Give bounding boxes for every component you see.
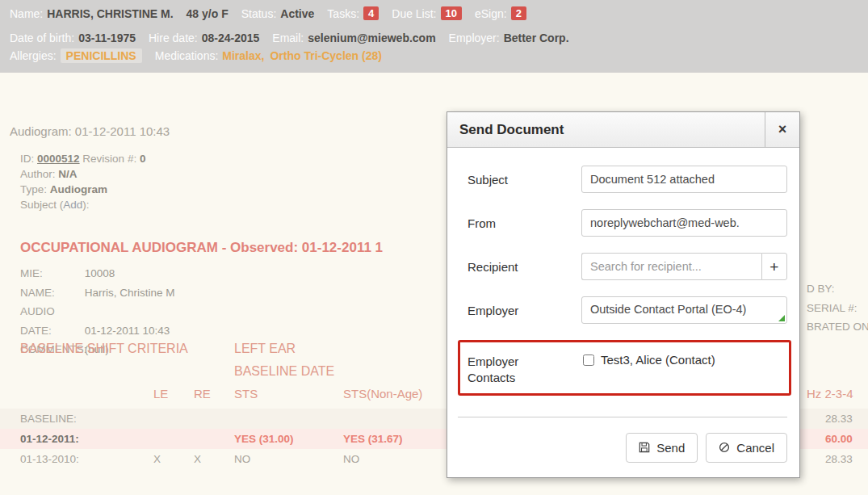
revision-value: 0 bbox=[140, 153, 146, 165]
allergies-label: Allergies: bbox=[10, 49, 57, 62]
col-header-hz: Hz 2-3-4 bbox=[807, 387, 853, 401]
medication-miralax[interactable]: Miralax, bbox=[222, 49, 264, 62]
cancel-button[interactable]: Cancel bbox=[706, 433, 787, 463]
fragment-serial: SERIAL #: bbox=[807, 302, 858, 314]
medication-ortho-tri-cyclen[interactable]: Ortho Tri-Cyclen (28) bbox=[270, 49, 381, 62]
hire-date-value: 08-24-2015 bbox=[202, 31, 260, 44]
fragment-observed-by: D BY: bbox=[807, 283, 835, 295]
baseline-shift-criteria-heading: BASELINE SHIFT CRITERIA bbox=[20, 342, 188, 356]
patient-header: Name: HARRIS, CHRISTINE M. 48 y/o F Stat… bbox=[0, 0, 868, 73]
from-input[interactable] bbox=[581, 209, 787, 237]
type-value: Audiogram bbox=[50, 183, 107, 195]
contact-checkbox[interactable] bbox=[583, 354, 594, 366]
patient-name: HARRIS, CHRISTINE M. bbox=[47, 7, 173, 20]
send-button[interactable]: Send bbox=[626, 433, 698, 463]
info-row-mie: MIE: 10008 bbox=[20, 264, 175, 283]
due-list-label: Due List: bbox=[392, 7, 436, 20]
cancel-button-label: Cancel bbox=[736, 441, 774, 455]
recipient-field-row: Recipient + bbox=[468, 253, 787, 280]
recipient-field-label: Recipient bbox=[468, 253, 581, 280]
patient-header-row-3: Allergies: PENICILLINS Medications: Mira… bbox=[10, 48, 858, 63]
type-label: Type: bbox=[20, 183, 47, 195]
subject-field-row: Subject bbox=[468, 166, 787, 193]
doc-id-label: ID: bbox=[20, 153, 34, 165]
patient-header-row-2: Date of birth: 03-11-1975 Hire date: 08-… bbox=[10, 31, 858, 44]
close-icon[interactable]: × bbox=[765, 112, 799, 147]
modal-header: Send Document × bbox=[447, 112, 799, 148]
subject-add-link[interactable]: Add bbox=[63, 199, 82, 211]
revision-label: Revision #: bbox=[82, 153, 136, 165]
fragment-calibrated: BRATED ON bbox=[807, 321, 868, 333]
employer-field-row: Employer Outside Contact Portal (EO-4) bbox=[468, 296, 787, 324]
author-value: N/A bbox=[58, 168, 77, 180]
medications-label: Medications: bbox=[155, 49, 219, 62]
subject-prefix: Subject ( bbox=[20, 199, 63, 211]
employer-contacts-label: Employer Contacts bbox=[468, 347, 581, 387]
document-id-link[interactable]: 0000512 bbox=[37, 153, 80, 165]
annotation-highlight-box: Employer Contacts Test3, Alice (Contact) bbox=[458, 340, 791, 396]
dob-value: 03-11-1975 bbox=[78, 31, 136, 44]
employer-contacts-field-row: Employer Contacts Test3, Alice (Contact) bbox=[468, 347, 789, 387]
tasks-badge[interactable]: 4 bbox=[363, 6, 379, 20]
subject-suffix: ): bbox=[82, 199, 89, 211]
email-label: Email: bbox=[272, 31, 304, 44]
status-label: Status: bbox=[241, 7, 277, 20]
esign-badge[interactable]: 2 bbox=[511, 6, 526, 20]
employer-select[interactable]: Outside Contact Portal (EO-4) bbox=[581, 296, 787, 324]
from-field-row: From bbox=[468, 209, 787, 237]
author-label: Author: bbox=[20, 168, 56, 180]
left-ear-heading: LEFT EAR bbox=[234, 342, 296, 356]
modal-body: Subject From Recipient + Employer Outsid… bbox=[447, 148, 799, 463]
contact-checkbox-label: Test3, Alice (Contact) bbox=[601, 353, 715, 367]
employer-value: Better Corp. bbox=[504, 31, 569, 44]
modal-title: Send Document bbox=[447, 112, 765, 147]
esign-label: eSign: bbox=[475, 7, 507, 20]
employer-label: Employer: bbox=[449, 31, 500, 44]
hire-date-label: Hire date: bbox=[149, 31, 198, 44]
patient-header-row-1: Name: HARRIS, CHRISTINE M. 48 y/o F Stat… bbox=[10, 6, 858, 20]
document-meta: ID: 0000512 Revision #: 0 Author: N/A Ty… bbox=[20, 151, 145, 212]
due-list-badge[interactable]: 10 bbox=[441, 6, 462, 20]
footer-divider bbox=[458, 417, 787, 417]
subject-input[interactable] bbox=[581, 166, 787, 193]
subject-field-label: Subject bbox=[468, 166, 581, 193]
dropdown-resize-icon bbox=[778, 315, 785, 321]
patient-age-sex: 48 y/o F bbox=[187, 7, 229, 20]
send-document-modal: Send Document × Subject From Recipient +… bbox=[447, 111, 800, 478]
cancel-ban-icon bbox=[719, 442, 730, 453]
dob-label: Date of birth: bbox=[10, 31, 74, 44]
info-row-audio-date: AUDIO DATE: 01-12-2011 10:43 bbox=[20, 302, 175, 340]
document-title: Audiogram: 01-12-2011 10:43 bbox=[10, 124, 170, 138]
send-button-label: Send bbox=[656, 441, 685, 455]
save-disk-icon bbox=[639, 442, 650, 453]
col-header-sts: STS bbox=[234, 387, 258, 401]
add-recipient-button[interactable]: + bbox=[761, 253, 787, 280]
info-row-name: NAME: Harris, Christine M bbox=[20, 283, 175, 303]
status-value: Active bbox=[280, 7, 314, 20]
name-label: Name: bbox=[10, 7, 43, 20]
employer-selected-value: Outside Contact Portal (EO-4) bbox=[590, 303, 746, 316]
col-header-re: RE bbox=[194, 387, 211, 401]
audiogram-heading: OCCUPATIONAL AUDIOGRAM - Observed: 01-12… bbox=[20, 240, 383, 256]
employer-field-label: Employer bbox=[468, 296, 581, 324]
col-header-sts-nonage: STS(Non-Age) bbox=[343, 387, 422, 401]
email-value: selenium@mieweb.com bbox=[308, 31, 435, 44]
from-field-label: From bbox=[468, 209, 581, 237]
recipient-search-input[interactable] bbox=[581, 253, 761, 280]
col-header-le: LE bbox=[153, 387, 168, 401]
modal-footer: Send Cancel bbox=[468, 433, 787, 463]
baseline-date-heading: BASELINE DATE bbox=[234, 364, 334, 379]
allergy-penicillins[interactable]: PENICILLINS bbox=[61, 48, 142, 63]
tasks-label: Tasks: bbox=[327, 7, 359, 20]
